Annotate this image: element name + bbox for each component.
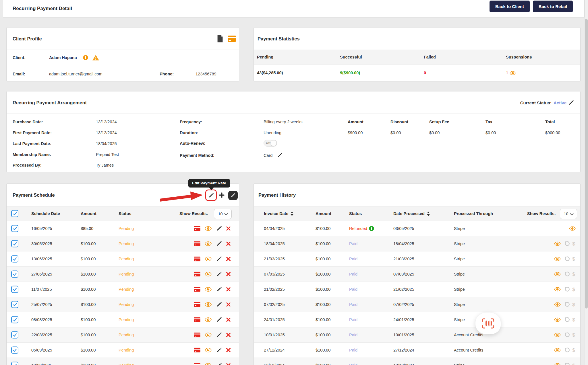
edit-pencil-icon[interactable] [216, 271, 222, 277]
delete-x-icon[interactable] [226, 317, 231, 322]
dollar-icon[interactable] [572, 286, 575, 292]
eye-icon[interactable] [554, 348, 561, 352]
bulk-edit-pencil-icon[interactable] [228, 191, 238, 200]
charge-card-icon[interactable] [194, 363, 200, 365]
back-to-retail-button[interactable]: Back to Retail [533, 1, 573, 12]
barcode-scan-button[interactable] [475, 313, 501, 334]
dollar-icon[interactable] [572, 347, 575, 353]
refund-icon[interactable] [564, 241, 570, 247]
eye-icon[interactable] [205, 363, 212, 365]
auto-renew-toggle[interactable]: Off [264, 140, 277, 147]
eye-icon[interactable] [205, 348, 212, 352]
eye-icon[interactable] [554, 242, 561, 246]
edit-payment-rate-pencil-icon[interactable] [205, 190, 217, 201]
charge-card-icon[interactable] [194, 272, 200, 277]
eye-icon[interactable] [510, 71, 516, 75]
charge-card-icon[interactable] [194, 287, 200, 292]
edit-pencil-icon[interactable] [216, 256, 222, 262]
eye-icon[interactable] [205, 302, 212, 307]
info-icon[interactable] [369, 226, 374, 231]
eye-icon[interactable] [205, 241, 212, 246]
history-show-results-select[interactable]: 10 [560, 209, 577, 219]
scrollbar-thumb[interactable] [585, 19, 588, 309]
row-checkbox[interactable] [11, 347, 18, 354]
charge-card-icon[interactable] [194, 302, 200, 307]
dollar-icon[interactable] [572, 332, 575, 338]
delete-x-icon[interactable] [226, 226, 231, 231]
invoice-date-header[interactable]: Invoice Date [264, 211, 293, 216]
edit-pencil-icon[interactable] [216, 347, 222, 353]
refund-icon[interactable] [564, 256, 570, 262]
edit-pencil-icon[interactable] [216, 332, 222, 338]
edit-pencil-icon[interactable] [216, 362, 222, 365]
edit-pencil-icon[interactable] [216, 241, 222, 247]
refund-icon[interactable] [564, 317, 570, 323]
eye-icon[interactable] [554, 363, 561, 365]
eye-icon[interactable] [554, 287, 561, 292]
edit-status-pencil-icon[interactable] [568, 100, 574, 105]
dollar-icon[interactable] [572, 256, 575, 262]
charge-card-icon[interactable] [194, 333, 200, 337]
delete-x-icon[interactable] [226, 241, 231, 246]
edit-payment-method-pencil-icon[interactable] [277, 153, 282, 158]
row-checkbox[interactable] [11, 240, 18, 247]
eye-icon[interactable] [554, 302, 561, 307]
dollar-icon[interactable] [572, 362, 575, 365]
dollar-icon[interactable] [572, 241, 575, 247]
edit-pencil-icon[interactable] [216, 317, 222, 323]
charge-card-icon[interactable] [194, 241, 200, 246]
eye-icon[interactable] [554, 257, 561, 261]
scrollbar-track[interactable] [585, 0, 588, 365]
delete-x-icon[interactable] [226, 272, 231, 277]
dollar-icon[interactable] [572, 317, 575, 323]
schedule-show-results-select[interactable]: 10 [214, 209, 232, 219]
charge-card-icon[interactable] [194, 317, 200, 322]
delete-x-icon[interactable] [226, 333, 231, 337]
eye-icon[interactable] [205, 272, 212, 276]
dollar-icon[interactable] [572, 302, 575, 307]
refund-icon[interactable] [564, 363, 570, 365]
add-payment-plus-icon[interactable] [218, 192, 225, 198]
edit-pencil-icon[interactable] [216, 286, 222, 292]
charge-card-icon[interactable] [194, 226, 200, 231]
row-checkbox[interactable] [11, 286, 18, 293]
refund-icon[interactable] [564, 287, 570, 292]
row-checkbox[interactable] [11, 331, 18, 339]
row-checkbox[interactable] [11, 301, 18, 308]
eye-icon[interactable] [205, 226, 212, 231]
date-processed-header[interactable]: Date Processed [393, 211, 430, 216]
eye-icon[interactable] [569, 227, 576, 231]
select-all-checkbox[interactable] [11, 210, 18, 217]
edit-pencil-icon[interactable] [216, 302, 222, 307]
charge-card-icon[interactable] [194, 348, 200, 353]
eye-icon[interactable] [205, 333, 212, 337]
eye-icon[interactable] [554, 318, 561, 322]
charge-card-icon[interactable] [194, 257, 200, 261]
back-to-client-button[interactable]: Back to Client [490, 1, 530, 12]
row-checkbox[interactable] [11, 225, 18, 232]
delete-x-icon[interactable] [226, 363, 231, 365]
row-checkbox[interactable] [11, 362, 18, 365]
dollar-icon[interactable] [572, 271, 575, 277]
info-icon[interactable] [83, 55, 88, 60]
row-checkbox[interactable] [11, 316, 18, 323]
refund-icon[interactable] [564, 302, 570, 307]
eye-icon[interactable] [205, 317, 212, 322]
delete-x-icon[interactable] [226, 287, 231, 292]
warning-icon[interactable] [92, 55, 99, 61]
refund-icon[interactable] [564, 272, 570, 277]
credit-card-icon[interactable] [228, 36, 236, 42]
eye-icon[interactable] [554, 272, 561, 276]
edit-pencil-icon[interactable] [216, 226, 222, 231]
row-checkbox[interactable] [11, 255, 18, 263]
delete-x-icon[interactable] [226, 302, 231, 307]
delete-x-icon[interactable] [226, 257, 231, 261]
delete-x-icon[interactable] [226, 348, 231, 353]
document-icon[interactable] [217, 35, 223, 42]
refund-icon[interactable] [564, 332, 570, 338]
eye-icon[interactable] [205, 287, 212, 292]
row-checkbox[interactable] [11, 271, 18, 278]
refund-icon[interactable] [564, 348, 570, 353]
eye-icon[interactable] [554, 333, 561, 337]
eye-icon[interactable] [205, 257, 212, 261]
